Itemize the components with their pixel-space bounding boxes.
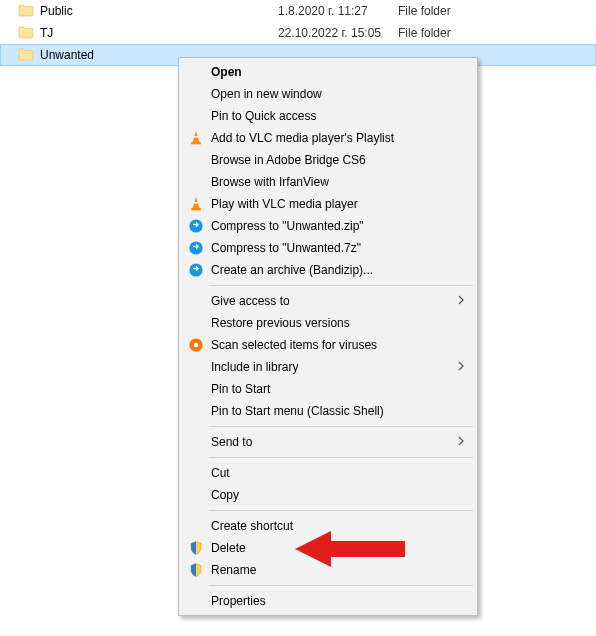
blank-icon — [187, 292, 205, 310]
file-date: 22.10.2022 г. 15:05 — [278, 26, 398, 40]
file-type: File folder — [398, 26, 518, 40]
blank-icon — [187, 517, 205, 535]
menu-item-scan-selected-items-for-viruses[interactable]: Scan selected items for viruses — [181, 334, 475, 356]
file-row[interactable]: TJ22.10.2022 г. 15:05File folder — [0, 22, 596, 44]
vlc-icon — [187, 195, 205, 213]
menu-item-label: Delete — [211, 541, 453, 555]
menu-item-label: Properties — [211, 594, 453, 608]
blank-icon — [187, 107, 205, 125]
menu-separator — [209, 585, 473, 586]
folder-icon — [18, 25, 34, 41]
menu-item-label: Browse in Adobe Bridge CS6 — [211, 153, 453, 167]
menu-item-label: Restore previous versions — [211, 316, 453, 330]
menu-item-pin-to-quick-access[interactable]: Pin to Quick access — [181, 105, 475, 127]
menu-item-label: Send to — [211, 435, 453, 449]
menu-item-label: Pin to Start — [211, 382, 453, 396]
blank-icon — [187, 433, 205, 451]
menu-item-pin-to-start[interactable]: Pin to Start — [181, 378, 475, 400]
menu-item-label: Compress to "Unwanted.zip" — [211, 219, 453, 233]
bandizip-icon — [187, 217, 205, 235]
chevron-right-icon — [453, 436, 475, 448]
menu-item-label: Create an archive (Bandizip)... — [211, 263, 453, 277]
menu-item-send-to[interactable]: Send to — [181, 431, 475, 453]
blank-icon — [187, 63, 205, 81]
blank-icon — [187, 380, 205, 398]
menu-item-include-in-library[interactable]: Include in library — [181, 356, 475, 378]
menu-item-cut[interactable]: Cut — [181, 462, 475, 484]
menu-item-label: Add to VLC media player's Playlist — [211, 131, 453, 145]
svg-rect-1 — [191, 142, 201, 144]
svg-rect-3 — [191, 208, 201, 210]
menu-item-label: Pin to Quick access — [211, 109, 453, 123]
bandizip-icon — [187, 239, 205, 257]
menu-separator — [209, 285, 473, 286]
svg-point-8 — [194, 343, 199, 348]
folder-icon — [18, 3, 34, 19]
menu-item-rename[interactable]: Rename — [181, 559, 475, 581]
menu-item-compress-to-unwanted-7z[interactable]: Compress to "Unwanted.7z" — [181, 237, 475, 259]
blank-icon — [187, 402, 205, 420]
menu-item-delete[interactable]: Delete — [181, 537, 475, 559]
menu-item-label: Cut — [211, 466, 453, 480]
vlc-icon — [187, 129, 205, 147]
menu-item-restore-previous-versions[interactable]: Restore previous versions — [181, 312, 475, 334]
menu-item-label: Pin to Start menu (Classic Shell) — [211, 404, 453, 418]
chevron-right-icon — [453, 295, 475, 307]
menu-item-label: Play with VLC media player — [211, 197, 453, 211]
menu-item-create-shortcut[interactable]: Create shortcut — [181, 515, 475, 537]
blank-icon — [187, 173, 205, 191]
file-name: Public — [40, 4, 73, 18]
menu-item-create-an-archive-bandizip[interactable]: Create an archive (Bandizip)... — [181, 259, 475, 281]
context-menu: OpenOpen in new windowPin to Quick acces… — [178, 57, 478, 616]
menu-item-label: Rename — [211, 563, 453, 577]
shield-icon — [187, 539, 205, 557]
menu-item-label: Open — [211, 65, 453, 79]
menu-item-label: Include in library — [211, 360, 453, 374]
bandizip-icon — [187, 261, 205, 279]
svg-rect-0 — [194, 136, 199, 138]
file-name: Unwanted — [40, 48, 94, 62]
file-date: 1.8.2020 г. 11:27 — [278, 4, 398, 18]
menu-item-browse-in-adobe-bridge-cs6[interactable]: Browse in Adobe Bridge CS6 — [181, 149, 475, 171]
menu-separator — [209, 426, 473, 427]
blank-icon — [187, 85, 205, 103]
menu-item-copy[interactable]: Copy — [181, 484, 475, 506]
menu-separator — [209, 510, 473, 511]
menu-item-give-access-to[interactable]: Give access to — [181, 290, 475, 312]
menu-item-compress-to-unwanted-zip[interactable]: Compress to "Unwanted.zip" — [181, 215, 475, 237]
menu-item-label: Copy — [211, 488, 453, 502]
menu-item-label: Compress to "Unwanted.7z" — [211, 241, 453, 255]
menu-item-pin-to-start-menu-classic-shell[interactable]: Pin to Start menu (Classic Shell) — [181, 400, 475, 422]
blank-icon — [187, 314, 205, 332]
file-name: TJ — [40, 26, 53, 40]
menu-item-open[interactable]: Open — [181, 61, 475, 83]
blank-icon — [187, 151, 205, 169]
menu-item-browse-with-irfanview[interactable]: Browse with IrfanView — [181, 171, 475, 193]
blank-icon — [187, 358, 205, 376]
menu-item-label: Scan selected items for viruses — [211, 338, 453, 352]
menu-item-label: Give access to — [211, 294, 453, 308]
menu-item-label: Browse with IrfanView — [211, 175, 453, 189]
menu-item-label: Open in new window — [211, 87, 453, 101]
chevron-right-icon — [453, 361, 475, 373]
menu-item-add-to-vlc-media-player-s-playlist[interactable]: Add to VLC media player's Playlist — [181, 127, 475, 149]
avast-icon — [187, 336, 205, 354]
blank-icon — [187, 486, 205, 504]
menu-item-properties[interactable]: Properties — [181, 590, 475, 612]
blank-icon — [187, 464, 205, 482]
menu-item-play-with-vlc-media-player[interactable]: Play with VLC media player — [181, 193, 475, 215]
file-type: File folder — [398, 4, 518, 18]
menu-separator — [209, 457, 473, 458]
menu-item-open-in-new-window[interactable]: Open in new window — [181, 83, 475, 105]
folder-icon — [18, 47, 34, 63]
blank-icon — [187, 592, 205, 610]
svg-rect-2 — [194, 202, 199, 204]
menu-item-label: Create shortcut — [211, 519, 453, 533]
shield-icon — [187, 561, 205, 579]
file-row[interactable]: Public1.8.2020 г. 11:27File folder — [0, 0, 596, 22]
